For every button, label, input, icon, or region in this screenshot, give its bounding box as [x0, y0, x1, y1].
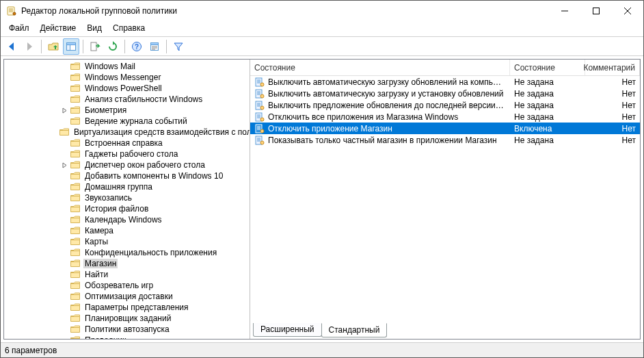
toolbar-sep-2 — [83, 40, 83, 53]
tree-item-label: Windows Messenger — [83, 73, 162, 82]
tree-item[interactable]: Биометрия — [4, 105, 250, 116]
folder-icon — [70, 324, 81, 335]
list-horizontal-scrollbar[interactable] — [250, 312, 640, 324]
cell-comment: Нет — [585, 101, 640, 110]
minimize-button[interactable] — [549, 1, 580, 21]
refresh-button[interactable] — [105, 38, 121, 55]
menu-file[interactable]: Файл — [3, 22, 35, 34]
tree-item[interactable]: Windows Messenger — [4, 72, 250, 83]
tree-item-label: Параметры представления — [83, 303, 190, 312]
forward-button[interactable] — [21, 38, 38, 55]
tree-item[interactable]: Камера — [4, 225, 250, 236]
expander-icon[interactable] — [59, 162, 70, 168]
list-row[interactable]: Отключить все приложения из Магазина Win… — [250, 111, 640, 123]
folder-icon — [70, 236, 81, 247]
tree-item[interactable]: Анализ стабильности Windows — [4, 94, 250, 105]
tree-item[interactable]: Планировщик заданий — [4, 313, 250, 324]
tree-item-label: Гаджеты рабочего стола — [83, 149, 179, 159]
properties-button[interactable] — [146, 38, 163, 55]
col-header-name[interactable]: Состояние — [250, 60, 510, 75]
tree-item-label: Ведение журнала событий — [83, 116, 189, 126]
folder-icon — [70, 225, 81, 236]
folder-icon — [70, 72, 81, 83]
tree-item[interactable]: Ведение журнала событий — [4, 116, 250, 127]
tree-item-label: Карты — [83, 237, 109, 246]
list-row[interactable]: Выключить автоматическую загрузку обновл… — [250, 76, 640, 88]
cell-name-text: Показывать только частный магазин в прил… — [268, 136, 497, 145]
svg-point-44 — [260, 129, 264, 133]
list-pane: Состояние Состояние Комментарий Выключит… — [250, 60, 640, 339]
tree-item[interactable]: Календарь Windows — [4, 214, 250, 225]
tree-view[interactable]: Windows MailWindows MessengerWindows Pow… — [4, 60, 250, 339]
tree-item[interactable]: Windows Mail — [4, 61, 250, 72]
cell-name: Выключить предложение обновления до посл… — [250, 100, 510, 111]
tree-item[interactable]: Встроенная справка — [4, 138, 250, 149]
tree-item[interactable]: Гаджеты рабочего стола — [4, 149, 250, 159]
tree-item-label: Политики автозапуска — [83, 324, 171, 334]
menubar: Файл Действие Вид Справка — [1, 21, 643, 35]
tree-item[interactable]: Оптимизация доставки — [4, 291, 250, 302]
folder-icon — [70, 203, 81, 214]
cell-comment: Нет — [585, 112, 640, 122]
cell-state: Не задана — [510, 77, 585, 87]
tree-item[interactable]: Диспетчер окон рабочего стола — [4, 159, 250, 170]
cell-name: Отключить все приложения из Магазина Win… — [250, 112, 510, 123]
tree-item[interactable]: История файлов — [4, 203, 250, 214]
policy-setting-icon — [254, 88, 265, 99]
list-row[interactable]: Показывать только частный магазин в прил… — [250, 134, 640, 146]
cell-name-text: Отключить все приложения из Магазина Win… — [268, 112, 458, 122]
folder-icon — [70, 105, 81, 116]
tree-item[interactable]: Обозреватель игр — [4, 280, 250, 291]
tree-item[interactable]: Домашняя группа — [4, 181, 250, 192]
svg-rect-12 — [91, 42, 96, 51]
cell-comment: Нет — [585, 136, 640, 145]
tab-extended[interactable]: Расширенный — [253, 323, 322, 337]
tree-item[interactable]: Найти — [4, 269, 250, 280]
toolbar-sep-3 — [124, 40, 125, 53]
app-icon — [6, 5, 17, 16]
tree-item[interactable]: Магазин — [4, 258, 250, 269]
tree-item[interactable]: Звукозапись — [4, 192, 250, 203]
tree-item[interactable]: Проводник — [4, 335, 250, 339]
statusbar: 6 параметров — [1, 342, 643, 357]
folder-icon — [70, 192, 81, 203]
close-button[interactable] — [612, 1, 643, 21]
tree-item[interactable]: Добавить компоненты в Windows 10 — [4, 170, 250, 181]
tree-item[interactable]: Windows PowerShell — [4, 83, 250, 94]
up-button[interactable] — [45, 38, 62, 55]
col-header-state[interactable]: Состояние — [510, 60, 585, 75]
tree-item[interactable]: Карты — [4, 236, 250, 247]
menu-action[interactable]: Действие — [35, 22, 82, 34]
folder-icon — [59, 127, 70, 138]
expander-icon[interactable] — [59, 107, 70, 114]
tree-item-label: Домашняя группа — [83, 182, 154, 192]
tree-item-label: Оптимизация доставки — [83, 292, 174, 301]
svg-point-4 — [13, 12, 16, 15]
tree-item-label: Биометрия — [83, 105, 128, 115]
tab-standard[interactable]: Стандартный — [321, 323, 388, 337]
cell-comment: Нет — [585, 89, 640, 99]
status-text: 6 параметров — [5, 346, 57, 355]
tree-item[interactable]: Конфиденциальность приложения — [4, 247, 250, 258]
menu-view[interactable]: Вид — [81, 22, 107, 34]
folder-icon — [70, 138, 81, 149]
show-hide-tree-button[interactable] — [63, 38, 79, 55]
export-button[interactable] — [87, 38, 103, 55]
cell-name-text: Отключить приложение Магазин — [268, 124, 392, 133]
list-row[interactable]: Выключить автоматическую загрузку и уста… — [250, 88, 640, 99]
tree-item[interactable]: Политики автозапуска — [4, 324, 250, 335]
list-row[interactable]: Выключить предложение обновления до посл… — [250, 99, 640, 111]
col-header-comment[interactable]: Комментарий — [585, 60, 640, 75]
policy-setting-icon — [254, 123, 265, 134]
menu-help[interactable]: Справка — [107, 22, 150, 34]
tree-item[interactable]: Виртуализация средств взаимодействия с п… — [4, 127, 250, 138]
list-row[interactable]: Отключить приложение МагазинВключенаНет — [250, 123, 640, 134]
list-body[interactable]: Выключить автоматическую загрузку обновл… — [250, 76, 640, 312]
tree-item[interactable]: Параметры представления — [4, 302, 250, 313]
back-button[interactable] — [3, 38, 20, 55]
maximize-button[interactable] — [580, 1, 612, 21]
help-button[interactable]: ? — [129, 38, 145, 55]
svg-point-34 — [260, 106, 264, 110]
titlebar: Редактор локальной групповой политики — [1, 1, 643, 21]
filter-button[interactable] — [170, 38, 187, 55]
